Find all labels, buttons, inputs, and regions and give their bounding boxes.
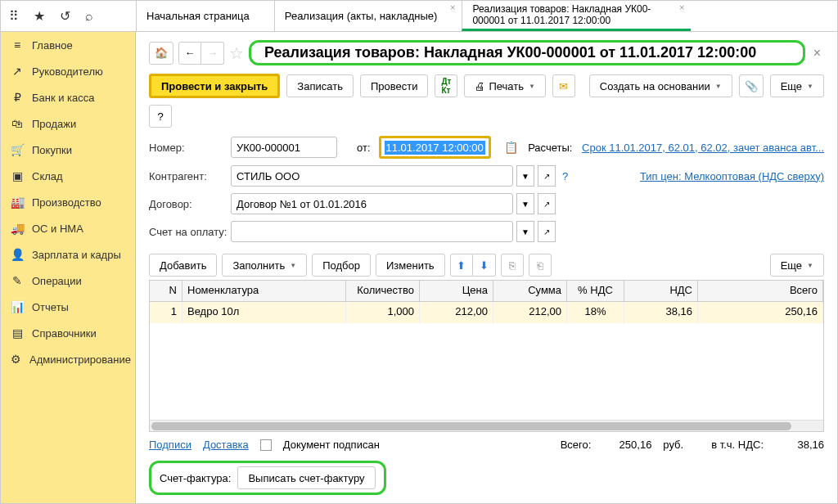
fill-button[interactable]: Заполнить▼ (222, 254, 307, 277)
tab-document[interactable]: Реализация товаров: Накладная УК00-00000… (462, 1, 691, 31)
sidebar-item-2[interactable]: ₽Банк и касса (1, 84, 135, 110)
sidebar-item-1[interactable]: ↗Руководителю (1, 58, 135, 84)
move-down-button[interactable]: ⬇ (473, 254, 496, 277)
sidebar-item-label: Главное (32, 39, 73, 52)
calc-link[interactable]: Срок 11.01.2017, 62.01, 62.02, зачет ава… (582, 142, 824, 154)
sidebar-item-0[interactable]: ≡Главное (1, 32, 135, 58)
sidebar-item-label: Склад (32, 170, 63, 182)
sidebar-item-label: Банк и касса (32, 92, 95, 104)
sidebar-item-3[interactable]: 🛍Продажи (1, 110, 135, 137)
col-vat: НДС (624, 281, 698, 301)
total-label: Всего: (561, 439, 592, 451)
signatures-link[interactable]: Подписи (149, 439, 191, 451)
email-icon[interactable]: ✉ (552, 74, 575, 97)
copy-button[interactable]: ⎘ (501, 254, 524, 277)
post-close-button[interactable]: Провести и закрыть (149, 74, 280, 98)
paste-button[interactable]: ⎗ (529, 254, 552, 277)
table-row[interactable]: 1 Ведро 10л 1,000 212,00 212,00 18% 38,1… (150, 302, 823, 323)
price-type-link[interactable]: Тип цен: Мелкооптовая (НДС сверху) (640, 170, 824, 182)
signed-label: Документ подписан (283, 439, 380, 451)
help-button[interactable]: ? (149, 105, 172, 128)
tab-home[interactable]: Начальная страница (136, 1, 274, 31)
sidebar-icon: ✎ (11, 274, 24, 287)
sidebar-item-7[interactable]: 🚚ОС и НМА (1, 215, 135, 241)
sidebar-icon: 🏭 (11, 196, 24, 209)
create-invoice-button[interactable]: Выписать счет-фактуру (237, 466, 375, 489)
close-button[interactable]: × (810, 46, 824, 61)
sidebar-item-label: Производство (32, 196, 101, 209)
chevron-down-icon[interactable]: ▼ (516, 221, 534, 242)
contract-input[interactable] (231, 193, 513, 214)
col-sum: Сумма (493, 281, 567, 301)
open-icon[interactable]: ↗ (538, 193, 556, 214)
items-grid[interactable]: N Номенклатура Количество Цена Сумма % Н… (149, 280, 824, 432)
signed-checkbox[interactable] (260, 439, 272, 451)
table-more-button[interactable]: Еще▼ (770, 254, 824, 277)
dt-kt-icon[interactable]: ДтКт (435, 74, 457, 97)
search-icon[interactable]: ⌕ (85, 9, 93, 24)
sidebar-item-10[interactable]: 📊Отчеты (1, 294, 135, 320)
col-nom: Номенклатура (182, 281, 346, 301)
scrollbar-horizontal[interactable] (150, 420, 823, 431)
tab-realizations[interactable]: Реализация (акты, накладные)× (274, 1, 462, 31)
sidebar-icon: ≡ (11, 38, 24, 52)
invoice-pay-input[interactable] (231, 221, 513, 242)
chevron-down-icon[interactable]: ▼ (516, 193, 534, 214)
rub-label: руб. (663, 439, 683, 451)
delivery-link[interactable]: Доставка (203, 439, 249, 451)
help-link[interactable]: ? (562, 170, 568, 182)
home-button[interactable]: 🏠 (149, 42, 173, 65)
col-n: N (150, 281, 182, 301)
sidebar-item-9[interactable]: ✎Операции (1, 268, 135, 294)
pick-button[interactable]: Подбор (312, 254, 371, 277)
attach-icon[interactable]: 📎 (739, 74, 764, 97)
close-icon[interactable]: × (450, 2, 455, 12)
sidebar-item-4[interactable]: 🛒Покупки (1, 137, 135, 163)
sidebar-item-label: Операции (32, 275, 82, 287)
sidebar-item-label: Отчеты (32, 301, 69, 313)
sidebar-item-5[interactable]: ▣Склад (1, 163, 135, 189)
sidebar-item-label: Справочники (32, 327, 97, 340)
sidebar-icon: ▣ (11, 169, 24, 182)
counterparty-label: Контрагент: (149, 170, 228, 182)
print-button[interactable]: 🖨 Печать▼ (464, 74, 546, 97)
post-button[interactable]: Провести (360, 74, 429, 97)
sidebar-item-8[interactable]: 👤Зарплата и кадры (1, 241, 135, 268)
sidebar-icon: 🛍 (11, 117, 24, 130)
vat-label: в т.ч. НДС: (711, 439, 764, 451)
back-button[interactable]: ← (178, 42, 201, 65)
sidebar-item-6[interactable]: 🏭Производство (1, 189, 135, 215)
create-based-button[interactable]: Создать на основании▼ (589, 74, 732, 97)
invoice-pay-label: Счет на оплату: (149, 226, 228, 238)
col-price: Цена (420, 281, 493, 301)
docflow-icon[interactable]: 📋 (504, 141, 518, 154)
apps-icon[interactable]: ⠿ (9, 8, 19, 24)
sidebar-icon: 📊 (11, 300, 24, 313)
date-input[interactable]: 11.01.2017 12:00:00 (379, 136, 491, 159)
counterparty-input[interactable] (231, 165, 513, 187)
more-button[interactable]: Еще▼ (770, 74, 824, 97)
sidebar-icon: ↗ (11, 65, 24, 78)
total-value: 250,16 (602, 439, 651, 451)
history-icon[interactable]: ↺ (60, 8, 70, 24)
open-icon[interactable]: ↗ (538, 221, 556, 242)
number-input[interactable] (231, 137, 337, 158)
chevron-down-icon[interactable]: ▼ (516, 165, 534, 187)
favorite-icon[interactable]: ☆ (229, 43, 244, 63)
edit-button[interactable]: Изменить (376, 254, 445, 277)
write-button[interactable]: Записать (286, 74, 354, 97)
sidebar-item-11[interactable]: ▤Справочники (1, 320, 135, 346)
date-label: от: (357, 142, 371, 154)
sidebar-item-label: Покупки (32, 144, 72, 156)
close-icon[interactable]: × (679, 2, 684, 12)
contract-label: Договор: (149, 198, 228, 210)
star-icon[interactable]: ★ (34, 8, 45, 24)
invoice-label: Счет-фактура: (160, 472, 231, 484)
forward-button[interactable]: → (201, 42, 224, 65)
add-button[interactable]: Добавить (149, 254, 217, 277)
col-vatp: % НДС (567, 281, 624, 301)
move-up-button[interactable]: ⬆ (450, 254, 473, 277)
open-icon[interactable]: ↗ (538, 165, 556, 187)
sidebar-item-12[interactable]: ⚙Администрирование (1, 346, 135, 372)
calc-label: Расчеты: (528, 142, 572, 154)
